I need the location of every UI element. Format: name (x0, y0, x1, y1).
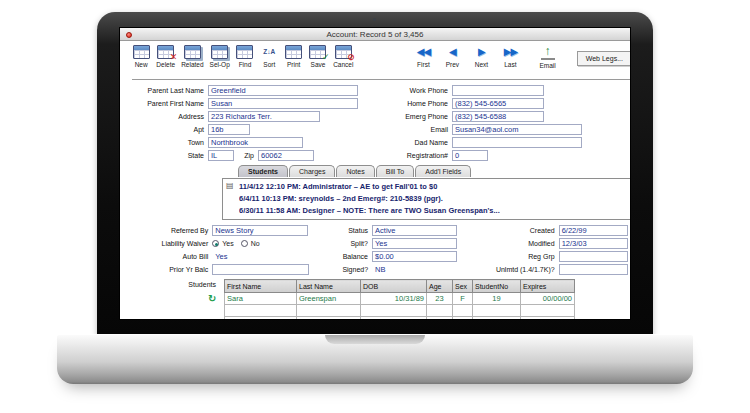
unlmtd-field[interactable] (559, 264, 628, 275)
sort-icon: Z↓A (261, 45, 278, 59)
column-header-first-name[interactable]: First Name (225, 280, 297, 293)
signed-value[interactable]: NB (372, 265, 457, 274)
related-button-label: Related (181, 61, 203, 68)
auto-bill-value[interactable]: Yes (212, 252, 308, 261)
sort-button[interactable]: Z↓A Sort (260, 45, 278, 68)
tab-students[interactable]: Students (238, 165, 288, 177)
details-row: Referred By News Story Status Active Cre… (120, 224, 630, 237)
emerg-phone-field[interactable]: (832) 545-6588 (452, 111, 544, 122)
student-sex-cell[interactable]: F (453, 293, 473, 305)
home-phone-field[interactable]: (832) 545-6565 (452, 98, 544, 109)
new-button[interactable]: New (132, 45, 150, 68)
reg-grp-field[interactable] (559, 251, 628, 262)
student-expires-cell[interactable]: 00/00/00 (521, 293, 575, 305)
find-icon (236, 45, 253, 59)
find-button[interactable]: Find (236, 45, 254, 68)
email-button[interactable]: ↑ Email (538, 45, 556, 69)
balance-field[interactable]: $0.00 (372, 251, 457, 262)
column-header-dob[interactable]: DOB (361, 280, 427, 293)
student-last-name-cell[interactable]: Greenspan (297, 293, 361, 305)
form-row: Parent First Name Susan (120, 97, 370, 110)
laptop-base (57, 334, 693, 384)
tab-addl-fields[interactable]: Add'l Fields (415, 165, 471, 177)
new-record-icon (133, 45, 150, 59)
parent-last-name-label: Parent Last Name (120, 87, 208, 94)
form-row: Registration# 0 (370, 149, 631, 162)
signed-label: Signed? (311, 266, 373, 273)
cancel-button[interactable]: ⊘ Cancel (333, 45, 353, 68)
next-button-label: Next (475, 61, 488, 68)
created-field[interactable]: 6/22/99 (559, 225, 628, 236)
notes-field[interactable]: ▤ 11/4/12 12:10 PM: Administrator – AE t… (222, 178, 631, 220)
tab-charges[interactable]: Charges (289, 165, 335, 177)
prior-yr-balc-field[interactable] (212, 264, 308, 275)
first-record-button[interactable]: ◀◀ First (411, 45, 435, 68)
status-label: Status (310, 227, 372, 234)
dad-name-field[interactable] (452, 137, 582, 148)
zip-field[interactable]: 60062 (258, 150, 314, 161)
student-dob-cell[interactable]: 10/31/89 (361, 293, 427, 305)
email-label: Email (370, 126, 452, 133)
empty-student-row (225, 305, 575, 317)
registration-field[interactable]: 0 (452, 150, 488, 161)
details-row: Liability Waiver Yes No Split? Yes Modif… (120, 237, 630, 250)
address-field[interactable]: 223 Richards Terr. (208, 111, 320, 122)
work-phone-field[interactable] (452, 85, 544, 96)
state-field[interactable]: IL (208, 150, 234, 161)
delete-button[interactable]: ✕ Delete (156, 45, 175, 68)
student-age-cell[interactable]: 23 (427, 293, 453, 305)
related-button[interactable]: Related (181, 45, 203, 68)
web-legs-button[interactable]: Web Legs... (577, 51, 631, 66)
liability-no-radio[interactable] (241, 240, 248, 247)
print-button[interactable]: Print (284, 45, 302, 68)
next-record-button[interactable]: ▶ Next (469, 45, 493, 68)
liability-waiver-radios: Yes No (212, 240, 308, 247)
town-field[interactable]: Northbrook (208, 137, 303, 148)
liability-yes-radio[interactable] (212, 240, 219, 247)
sel-op-button[interactable]: Sel-Op (210, 45, 230, 68)
email-button-label: Email (539, 62, 555, 69)
town-label: Town (120, 139, 208, 146)
prev-record-icon: ◀ (449, 45, 456, 59)
empty-cell (427, 317, 453, 321)
apt-field[interactable]: 16b (208, 124, 250, 135)
student-studentno-cell[interactable]: 19 (473, 293, 521, 305)
column-header-age[interactable]: Age (427, 280, 453, 293)
column-header-last-name[interactable]: Last Name (297, 280, 361, 293)
column-header-sex[interactable]: Sex (453, 280, 473, 293)
empty-cell (521, 317, 575, 321)
parent-last-name-field[interactable]: Greenfield (208, 85, 358, 96)
column-header-expires[interactable]: Expires (521, 280, 575, 293)
apt-label: Apt (120, 126, 208, 133)
related-records-icon (184, 45, 201, 59)
dad-name-label: Dad Name (370, 139, 452, 146)
referred-by-field[interactable]: News Story (212, 225, 308, 236)
empty-cell (225, 305, 297, 317)
state-label: State (120, 152, 208, 159)
status-field[interactable]: Active (372, 225, 457, 236)
parent-first-name-label: Parent First Name (120, 100, 208, 107)
student-row[interactable]: Sara Greenspan 10/31/89 23 F 19 00/00/00 (225, 293, 575, 305)
split-field[interactable]: Yes (372, 238, 457, 249)
empty-cell (453, 317, 473, 321)
tab-bill-to[interactable]: Bill To (376, 165, 415, 177)
close-button[interactable] (126, 32, 132, 38)
last-record-button[interactable]: ▶▶ Last (498, 45, 522, 68)
modified-field[interactable]: 12/3/03 (559, 238, 628, 249)
print-icon (285, 45, 302, 59)
empty-student-row (225, 317, 575, 321)
student-first-name-cell[interactable]: Sara (225, 293, 297, 305)
home-phone-label: Home Phone (370, 100, 452, 107)
parent-first-name-field[interactable]: Susan (208, 98, 358, 109)
empty-cell (225, 317, 297, 321)
last-record-icon: ▶▶ (504, 45, 517, 59)
current-row-marker-icon: ↻ (208, 294, 216, 304)
email-field[interactable]: Susan34@aol.com (452, 124, 582, 135)
reg-grp-label: Reg Grp (459, 253, 559, 260)
tab-notes[interactable]: Notes (336, 165, 374, 177)
note-line: 11/4/12 12:10 PM: Administrator – AE to … (239, 181, 626, 193)
column-header-studentno[interactable]: StudentNo (473, 280, 521, 293)
prev-record-button[interactable]: ◀ Prev (440, 45, 464, 68)
save-button[interactable]: ✓ Save (309, 45, 327, 68)
sort-button-label: Sort (263, 61, 275, 68)
